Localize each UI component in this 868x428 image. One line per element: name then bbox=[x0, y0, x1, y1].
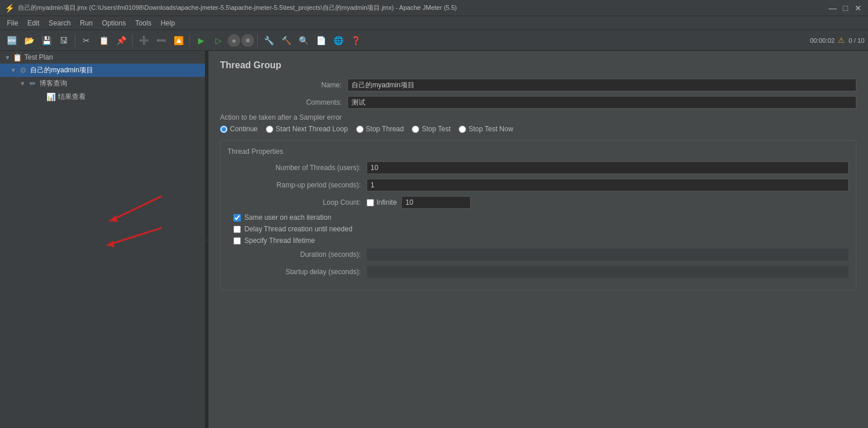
radio-stop-test-label: Stop Test bbox=[422, 125, 451, 133]
separator-1 bbox=[75, 34, 75, 47]
infinite-checkbox[interactable] bbox=[367, 199, 374, 206]
infinite-checkbox-label[interactable]: Infinite bbox=[367, 198, 397, 206]
panel-title: Thread Group bbox=[220, 60, 856, 71]
num-threads-row: Number of Threads (users): bbox=[228, 161, 849, 174]
radio-start-next-label: Start Next Thread Loop bbox=[276, 125, 348, 133]
svg-line-0 bbox=[109, 196, 162, 221]
specify-lifetime-row: Specify Thread lifetime bbox=[228, 237, 849, 245]
radio-stop-test-now-input[interactable] bbox=[459, 126, 466, 133]
add-button[interactable]: ➕ bbox=[135, 32, 152, 49]
name-input[interactable] bbox=[347, 79, 856, 91]
save-button[interactable]: 💾 bbox=[38, 32, 54, 49]
cut-button[interactable]: ✂ bbox=[78, 32, 94, 49]
templates-button[interactable]: 📄 bbox=[313, 32, 329, 49]
save-all-button[interactable]: 🖫 bbox=[56, 32, 72, 49]
separator-3 bbox=[189, 34, 190, 47]
warning-icon: ⚠ bbox=[838, 36, 845, 45]
infinite-label: Infinite bbox=[376, 198, 397, 206]
loop-count-label: Loop Count: bbox=[228, 198, 367, 206]
testplan-icon: 📋 bbox=[13, 53, 22, 62]
stop-button[interactable]: ● bbox=[228, 34, 240, 47]
radio-stop-thread[interactable]: Stop Thread bbox=[356, 125, 404, 133]
new-button[interactable]: 🆕 bbox=[3, 32, 20, 49]
clear-button[interactable]: 🔧 bbox=[261, 32, 277, 49]
sampler-error-section: Action to be taken after a Sampler error… bbox=[220, 113, 856, 133]
rampup-input[interactable] bbox=[367, 179, 849, 191]
results-label: 结果查看 bbox=[58, 92, 86, 102]
maximize-button[interactable]: □ bbox=[840, 3, 851, 13]
radio-continue-label: Continue bbox=[230, 125, 258, 133]
radio-stop-test-input[interactable] bbox=[412, 126, 419, 133]
menu-run[interactable]: Run bbox=[75, 18, 97, 28]
loop-count-input[interactable] bbox=[401, 196, 471, 209]
comments-input[interactable] bbox=[347, 96, 856, 109]
rampup-label: Ramp-up period (seconds): bbox=[228, 181, 367, 189]
menu-options[interactable]: Options bbox=[97, 18, 130, 28]
delay-thread-row: Delay Thread creation until needed bbox=[228, 225, 849, 233]
toolbar-right: 00:00:02 ⚠ 0 / 10 bbox=[810, 36, 865, 45]
close-button[interactable]: ✕ bbox=[853, 3, 863, 13]
svg-marker-3 bbox=[107, 241, 114, 248]
main-area: ▼ 📋 Test Plan ▼ ⚙ 自己的myadmin项目 ▼ ✏ 博客查询 … bbox=[0, 51, 868, 428]
menu-edit[interactable]: Edit bbox=[23, 18, 44, 28]
minimize-button[interactable]: — bbox=[827, 3, 838, 13]
sidebar-item-testplan[interactable]: ▼ 📋 Test Plan bbox=[0, 51, 205, 64]
menu-search[interactable]: Search bbox=[44, 18, 75, 28]
sidebar: ▼ 📋 Test Plan ▼ ⚙ 自己的myadmin项目 ▼ ✏ 博客查询 … bbox=[0, 51, 206, 428]
expand-icon: ▼ bbox=[3, 53, 12, 61]
num-threads-input[interactable] bbox=[367, 161, 849, 174]
title-bar-left: ⚡ 自己的myadmin项目.jmx (C:\Users\fm01098\Dow… bbox=[5, 3, 457, 13]
duration-input[interactable] bbox=[367, 248, 849, 261]
remote-button[interactable]: 🌐 bbox=[330, 32, 346, 49]
elapsed-time: 00:00:02 bbox=[810, 37, 835, 44]
radio-stop-test[interactable]: Stop Test bbox=[412, 125, 451, 133]
rampup-row: Ramp-up period (seconds): bbox=[228, 179, 849, 191]
gear-icon: ⚙ bbox=[19, 66, 28, 75]
startup-delay-input[interactable] bbox=[367, 265, 849, 278]
run-nw-button[interactable]: ▷ bbox=[210, 32, 226, 49]
browse-button[interactable]: 🔍 bbox=[295, 32, 312, 49]
separator-4 bbox=[257, 34, 258, 47]
svg-marker-1 bbox=[109, 215, 118, 222]
error-count: 10 bbox=[858, 37, 865, 44]
specify-lifetime-checkbox[interactable] bbox=[233, 237, 241, 245]
clear-all-button[interactable]: 🔨 bbox=[278, 32, 294, 49]
move-up-button[interactable]: 🔼 bbox=[170, 32, 186, 49]
run-button[interactable]: ▶ bbox=[193, 32, 209, 49]
help-button[interactable]: ❓ bbox=[347, 32, 364, 49]
paste-button[interactable]: 📌 bbox=[113, 32, 129, 49]
startup-delay-row: Startup delay (seconds): bbox=[228, 265, 849, 278]
sampler-error-radio-group: Continue Start Next Thread Loop Stop Thr… bbox=[220, 125, 856, 133]
same-user-checkbox[interactable] bbox=[233, 214, 241, 222]
open-button[interactable]: 📂 bbox=[21, 32, 37, 49]
menu-tools[interactable]: Tools bbox=[130, 18, 156, 28]
radio-continue[interactable]: Continue bbox=[220, 125, 258, 133]
sidebar-item-results[interactable]: 📊 结果查看 bbox=[0, 90, 205, 104]
title-bar-controls: — □ ✕ bbox=[827, 3, 863, 13]
radio-stop-test-now[interactable]: Stop Test Now bbox=[459, 125, 513, 133]
radio-start-next-thread-loop[interactable]: Start Next Thread Loop bbox=[266, 125, 348, 133]
shutdown-button[interactable]: ⏹ bbox=[241, 34, 254, 47]
separator-2 bbox=[132, 34, 133, 47]
svg-line-2 bbox=[107, 228, 162, 245]
specify-lifetime-label: Specify Thread lifetime bbox=[244, 237, 315, 245]
delay-thread-checkbox[interactable] bbox=[233, 226, 241, 233]
app-icon: ⚡ bbox=[5, 3, 14, 13]
menu-help[interactable]: Help bbox=[156, 18, 180, 28]
duration-label: Duration (seconds): bbox=[228, 250, 367, 259]
copy-button[interactable]: 📋 bbox=[96, 32, 112, 49]
radio-start-next-input[interactable] bbox=[266, 126, 273, 133]
sidebar-item-blogquery[interactable]: ▼ ✏ 博客查询 bbox=[0, 77, 205, 90]
menu-file[interactable]: File bbox=[2, 18, 23, 28]
name-label: Name: bbox=[220, 81, 347, 89]
name-row: Name: bbox=[220, 79, 856, 91]
sidebar-item-project[interactable]: ▼ ⚙ 自己的myadmin项目 bbox=[0, 64, 205, 77]
radio-continue-input[interactable] bbox=[220, 126, 228, 133]
title-bar: ⚡ 自己的myadmin项目.jmx (C:\Users\fm01098\Dow… bbox=[0, 0, 868, 16]
warn-count: 0 bbox=[848, 37, 852, 44]
remove-button[interactable]: ➖ bbox=[153, 32, 169, 49]
chart-icon: 📊 bbox=[46, 93, 56, 102]
radio-stop-thread-input[interactable] bbox=[356, 126, 364, 133]
comments-label: Comments: bbox=[220, 98, 347, 106]
num-threads-label: Number of Threads (users): bbox=[228, 164, 367, 172]
